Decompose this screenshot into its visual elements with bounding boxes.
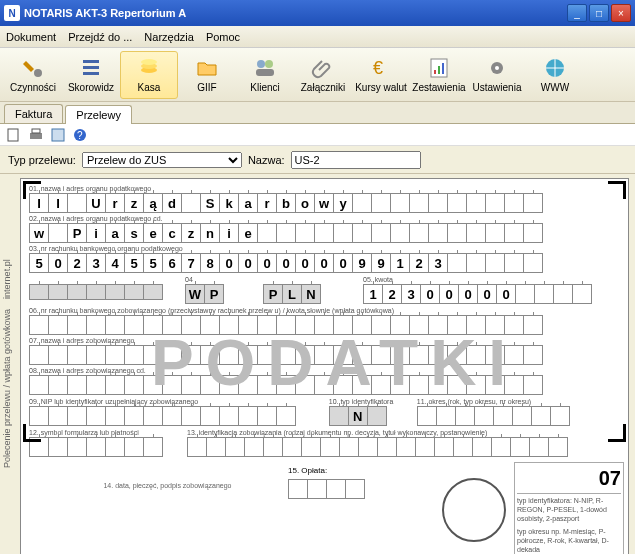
form-area: Polecenie przelewu / wpłata gotówkowa in… (0, 174, 635, 554)
folder-icon (195, 56, 219, 80)
filter-row: Typ przelewu: Przelew do ZUS Nazwa: (0, 146, 635, 174)
close-button[interactable]: × (611, 4, 631, 22)
field-09-row[interactable] (29, 406, 317, 426)
toolbar: CzynnościSkorowidzKasaGIIFKlienciZałączn… (0, 48, 635, 102)
list-icon (79, 56, 103, 80)
field-12-label: 12. symbol formularza lub płatności (29, 429, 179, 436)
field-07-label: 07. nazwa i adres zobowiązanego (29, 337, 624, 344)
field-14-label: 14. data, pieczęć, podpis zobowiązanego (25, 462, 284, 554)
svg-point-0 (34, 69, 42, 77)
field-15-label: 15. Opłata: (288, 466, 430, 475)
help-icon[interactable]: ? (72, 127, 88, 143)
toolbar-skorowidz[interactable]: Skorowidz (62, 51, 120, 99)
svg-rect-1 (83, 60, 99, 63)
toolbar-klienci[interactable]: Klienci (236, 51, 294, 99)
field-10-label: 10. typ identyfikatora (329, 398, 409, 405)
corner-mark (608, 181, 626, 199)
report-icon (427, 56, 451, 80)
tab-faktura[interactable]: Faktura (4, 104, 63, 123)
filter-label-name: Nazwa: (248, 154, 285, 166)
attach-icon (311, 56, 335, 80)
svg-rect-3 (83, 72, 99, 75)
toolbar-www[interactable]: WWW (526, 51, 584, 99)
toolbar-kasa[interactable]: Kasa (120, 51, 178, 99)
svg-point-8 (265, 60, 273, 68)
field-03-row[interactable]: 5023455678000000099123 (29, 253, 620, 273)
people-icon (253, 56, 277, 80)
toolbar-kursy walut[interactable]: €Kursy walut (352, 51, 410, 99)
field-06-row[interactable] (29, 315, 620, 335)
field-04-currency: PLN (263, 284, 351, 304)
field-13-row[interactable] (187, 437, 620, 457)
svg-point-7 (257, 60, 265, 68)
field-12-row[interactable] (29, 437, 175, 457)
transfer-type-select[interactable]: Przelew do ZUS (82, 152, 242, 168)
app-icon: N (4, 5, 20, 21)
svg-text:€: € (373, 58, 383, 78)
menu-narzedzia[interactable]: Narzędzia (144, 31, 194, 43)
transfer-form: PODATKI 01. nazwa i adres organu podatko… (20, 178, 629, 554)
spacer-row (29, 284, 173, 300)
field-08-row[interactable] (29, 375, 620, 395)
field-10-row[interactable]: N (329, 406, 405, 426)
euro-icon: € (369, 56, 393, 80)
svg-rect-2 (83, 66, 99, 69)
transfer-name-input[interactable] (291, 151, 421, 169)
svg-text:?: ? (77, 130, 83, 141)
print-icon[interactable] (28, 127, 44, 143)
field-02-label: 02. nazwa i adres organu podatkowego cd. (29, 215, 624, 222)
field-01-row[interactable]: IIUrządSkarbowy (29, 193, 620, 213)
toolbar-giif[interactable]: GIIF (178, 51, 236, 99)
form-number: 07 (517, 465, 621, 494)
export-icon[interactable] (50, 127, 66, 143)
filter-label-type: Typ przelewu: (8, 154, 76, 166)
svg-rect-12 (434, 70, 436, 74)
corner-mark (608, 424, 626, 442)
svg-rect-21 (52, 129, 64, 141)
menu-przejdz[interactable]: Przejdź do ... (68, 31, 132, 43)
toolbar-załączniki[interactable]: Załączniki (294, 51, 352, 99)
svg-point-16 (495, 66, 499, 70)
wrench-icon (21, 56, 45, 80)
svg-rect-19 (30, 133, 42, 139)
stamp-circle (434, 462, 514, 554)
field-05-row[interactable]: 12300000 (363, 284, 620, 304)
menu-pomoc[interactable]: Pomoc (206, 31, 240, 43)
icon-toolbar: ? (0, 124, 635, 146)
tabrow: Faktura Przelewy (0, 102, 635, 124)
coins-icon (137, 56, 161, 80)
svg-rect-13 (438, 66, 440, 74)
field-05-label: 05. kwota (363, 276, 624, 283)
svg-point-6 (141, 59, 157, 65)
svg-rect-18 (8, 129, 18, 141)
oplata-boxes[interactable] (288, 479, 430, 499)
menubar: Dokument Przejdź do ... Narzędzia Pomoc (0, 26, 635, 48)
field-07-row[interactable] (29, 345, 620, 365)
field-11-label: 11. okres (rok, typ okresu, nr okresu) (417, 398, 624, 405)
maximize-button[interactable]: □ (589, 4, 609, 22)
field-01-label: 01. nazwa i adres organu podatkowego (29, 185, 624, 192)
tab-przelewy[interactable]: Przelewy (65, 105, 132, 124)
toolbar-zestawienia[interactable]: Zestawienia (410, 51, 468, 99)
new-icon[interactable] (6, 127, 22, 143)
field-06-label: 06. nr rachunku bankowego zobowiązanego … (29, 307, 624, 314)
field-04-wp: WP (185, 284, 251, 304)
gear-icon (485, 56, 509, 80)
svg-rect-9 (256, 69, 274, 76)
field-08-label: 08. nazwa i adres zobowiązanego cd. (29, 367, 624, 374)
toolbar-czynności[interactable]: Czynności (4, 51, 62, 99)
legend-box: 07 typ identyfikatora: N-NIP, R-REGON, P… (514, 462, 624, 554)
window-title: NOTARIS AKT-3 Repertorium A (24, 7, 565, 19)
globe-icon (543, 56, 567, 80)
side-label: Polecenie przelewu / wpłata gotówkowa in… (2, 184, 16, 544)
minimize-button[interactable]: _ (567, 4, 587, 22)
svg-rect-20 (32, 129, 40, 133)
titlebar: N NOTARIS AKT-3 Repertorium A _ □ × (0, 0, 635, 26)
field-03-label: 03. nr rachunku bankowego organu podatko… (29, 245, 624, 252)
menu-dokument[interactable]: Dokument (6, 31, 56, 43)
field-02-row[interactable]: wPiasecznie (29, 223, 620, 243)
toolbar-ustawienia[interactable]: Ustawienia (468, 51, 526, 99)
field-09-label: 09. NIP lub identyfikator uzupełniający … (29, 398, 321, 405)
field-11-row[interactable] (417, 406, 620, 426)
svg-rect-14 (442, 63, 444, 74)
